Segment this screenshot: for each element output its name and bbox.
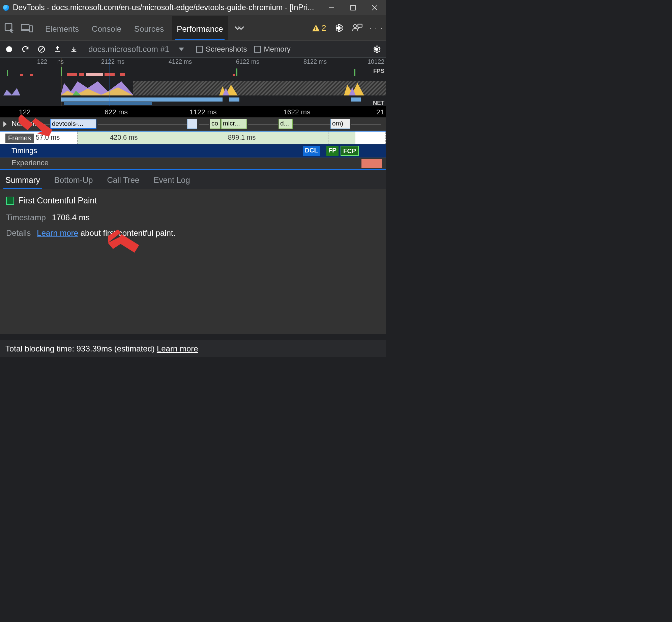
network-request[interactable]: d... bbox=[279, 119, 293, 129]
ruler-tick: 622 ms bbox=[105, 108, 128, 116]
annotation-arrow bbox=[108, 223, 145, 254]
record-button[interactable] bbox=[5, 45, 13, 54]
tab-bottom-up[interactable]: Bottom-Up bbox=[52, 171, 95, 189]
window-title: DevTools - docs.microsoft.com/en-us/micr… bbox=[13, 3, 327, 12]
svg-rect-15 bbox=[19, 114, 33, 130]
ruler-tick: 21 bbox=[376, 108, 384, 116]
svg-rect-18 bbox=[117, 234, 139, 253]
tab-call-tree[interactable]: Call Tree bbox=[105, 171, 141, 189]
timings-track-label: Timings bbox=[11, 146, 37, 155]
tab-sources[interactable]: Sources bbox=[129, 16, 169, 40]
app-icon bbox=[3, 4, 9, 11]
screenshots-checkbox[interactable]: Screenshots bbox=[196, 45, 247, 54]
clear-button[interactable] bbox=[37, 45, 46, 54]
net-overview-bar bbox=[229, 97, 239, 102]
blocking-time-footer: Total blocking time: 933.39ms (estimated… bbox=[0, 340, 386, 357]
net-overview-bar bbox=[351, 97, 361, 102]
memory-checkbox[interactable]: Memory bbox=[254, 45, 290, 54]
dropdown-caret-icon[interactable] bbox=[179, 48, 184, 51]
marker-color-swatch bbox=[6, 197, 14, 205]
window-titlebar: DevTools - docs.microsoft.com/en-us/micr… bbox=[0, 0, 386, 15]
minimize-button[interactable] bbox=[327, 3, 336, 12]
cpu-chart bbox=[0, 81, 386, 95]
svg-rect-5 bbox=[21, 24, 29, 29]
annotation-arrow bbox=[19, 113, 52, 138]
frame-segment[interactable]: 420.6 ms bbox=[78, 132, 192, 144]
fps-bars bbox=[0, 64, 386, 76]
blocking-time-text: Total blocking time: 933.39ms (estimated… bbox=[5, 344, 155, 354]
reload-record-button[interactable] bbox=[21, 45, 30, 54]
svg-line-11 bbox=[39, 47, 43, 51]
frame-segment[interactable]: 899.1 ms bbox=[192, 132, 320, 144]
experience-track-label: Experience bbox=[11, 159, 49, 167]
overview-selection-handle[interactable] bbox=[110, 58, 110, 106]
details-label: Details bbox=[6, 228, 31, 238]
load-profile-button[interactable] bbox=[53, 45, 62, 54]
ruler-tick: 1122 ms bbox=[189, 108, 217, 116]
overview-selection-handle[interactable] bbox=[61, 58, 61, 106]
timings-track[interactable]: Timings DCL FP FCP bbox=[0, 144, 386, 158]
learn-more-link[interactable]: Learn more bbox=[37, 228, 78, 237]
frame-segment[interactable] bbox=[320, 132, 328, 144]
svg-rect-7 bbox=[30, 26, 33, 32]
timeline-overview[interactable]: 122 ns 2122 ms 4122 ms 6122 ms 8122 ms 1… bbox=[0, 58, 386, 107]
network-track[interactable]: Network devtools-... co micr... d... om) bbox=[0, 117, 386, 131]
experience-block[interactable] bbox=[361, 159, 382, 168]
net-label: NET bbox=[373, 100, 384, 107]
more-tabs-button[interactable] bbox=[233, 21, 245, 35]
network-request[interactable]: micr... bbox=[221, 119, 247, 129]
network-request[interactable] bbox=[187, 119, 197, 129]
net-overview-bar bbox=[61, 97, 223, 102]
performance-toolbar: docs.microsoft.com #1 Screenshots Memory bbox=[0, 41, 386, 58]
overflow-menu-icon[interactable]: · · · bbox=[369, 24, 383, 32]
svg-marker-14 bbox=[32, 118, 52, 137]
device-toolbar-icon[interactable] bbox=[20, 21, 34, 35]
ruler-tick: 1622 ms bbox=[283, 108, 311, 116]
warning-count: 2 bbox=[322, 23, 326, 33]
inspect-element-icon[interactable] bbox=[3, 21, 16, 35]
tab-performance[interactable]: Performance bbox=[172, 16, 228, 40]
tab-console[interactable]: Console bbox=[87, 16, 126, 40]
frame-segment[interactable] bbox=[355, 132, 386, 144]
experience-track[interactable]: Experience bbox=[0, 158, 386, 169]
profile-selector[interactable]: docs.microsoft.com #1 bbox=[88, 45, 169, 54]
network-request[interactable]: co bbox=[210, 119, 221, 129]
settings-icon[interactable] bbox=[334, 23, 344, 33]
capture-settings-icon[interactable] bbox=[372, 45, 381, 54]
timing-marker-fcp[interactable]: FCP bbox=[341, 146, 359, 156]
marker-title: First Contentful Paint bbox=[18, 196, 97, 205]
timestamp-value: 1706.4 ms bbox=[52, 213, 90, 222]
feedback-icon[interactable] bbox=[352, 23, 361, 33]
blocking-learn-more-link[interactable]: Learn more bbox=[157, 344, 198, 354]
summary-panel: First Contentful Paint Timestamp 1706.4 … bbox=[0, 189, 386, 334]
frames-track[interactable]: Frames 57.0 ms 420.6 ms 899.1 ms bbox=[0, 131, 386, 144]
maximize-button[interactable] bbox=[349, 3, 357, 12]
svg-rect-9 bbox=[358, 24, 362, 27]
tab-summary[interactable]: Summary bbox=[3, 171, 42, 189]
details-tabbar: Summary Bottom-Up Call Tree Event Log bbox=[0, 169, 386, 189]
svg-rect-1 bbox=[351, 5, 355, 10]
timestamp-label: Timestamp bbox=[6, 213, 46, 222]
timing-marker-dcl[interactable]: DCL bbox=[303, 146, 320, 156]
warnings-badge[interactable]: 2 bbox=[312, 23, 326, 33]
network-request[interactable]: om) bbox=[330, 119, 350, 129]
tab-event-log[interactable]: Event Log bbox=[151, 171, 192, 189]
svg-point-8 bbox=[354, 24, 357, 27]
warning-icon bbox=[312, 25, 320, 31]
timeline-tracks: Network devtools-... co micr... d... om)… bbox=[0, 117, 386, 169]
devtools-tabbar: Elements Console Sources Performance 2 ·… bbox=[0, 15, 386, 41]
save-profile-button[interactable] bbox=[69, 45, 78, 54]
close-button[interactable] bbox=[370, 3, 379, 12]
detail-ruler[interactable]: 122 622 ms 1122 ms 1622 ms 21 bbox=[0, 107, 386, 117]
frame-segment[interactable] bbox=[328, 132, 355, 144]
tab-elements[interactable]: Elements bbox=[40, 16, 84, 40]
timing-marker-fp[interactable]: FP bbox=[326, 146, 339, 156]
network-request[interactable]: devtools-... bbox=[50, 119, 96, 129]
net-overview-bar bbox=[64, 102, 152, 105]
